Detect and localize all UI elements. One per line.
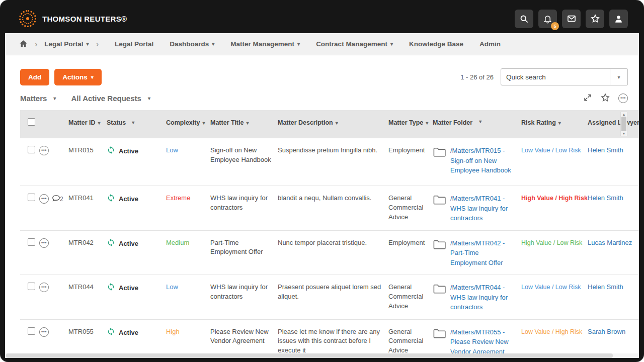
caret-down-icon: ▾ bbox=[297, 41, 300, 47]
notifications-button[interactable]: 5 bbox=[538, 10, 557, 28]
column-matter-type[interactable]: Matter Type▾ bbox=[388, 110, 433, 134]
column-matter-title[interactable]: Matter Title▾ bbox=[210, 110, 278, 134]
assigned-person-link[interactable]: Lucas Martinez bbox=[588, 239, 632, 246]
favorite-view-button[interactable] bbox=[600, 93, 610, 104]
table-row: ••• MTR044 Active Low WHS law inquiry fo… bbox=[20, 275, 639, 320]
comments-button[interactable]: 2 bbox=[51, 194, 63, 204]
tab-legal-portal[interactable]: Legal Portal bbox=[115, 40, 153, 48]
status-active-icon bbox=[107, 327, 115, 339]
user-icon bbox=[614, 14, 623, 24]
matter-folder-link[interactable]: /Matters/MTR015 - Sign-off on New Employ… bbox=[450, 146, 515, 175]
matter-description: Please let me know if there are any issu… bbox=[278, 320, 388, 358]
column-label: Matter Title bbox=[210, 119, 244, 126]
search-button[interactable] bbox=[515, 10, 533, 28]
scroll-up-icon[interactable]: ▲ bbox=[622, 113, 626, 116]
matter-folder-link[interactable]: /Matters/MTR044 - WHS law inquiry for co… bbox=[450, 283, 515, 312]
column-complexity[interactable]: Complexity▾ bbox=[166, 110, 210, 134]
more-icon: ••• bbox=[39, 283, 49, 292]
risk-rating: High Value / Low Risk bbox=[521, 231, 588, 254]
matter-folder-link[interactable]: /Matters/MTR055 - Please Review New Vend… bbox=[450, 327, 515, 357]
messages-button[interactable] bbox=[562, 10, 581, 28]
tab-knowledge-base[interactable]: Knowledge Base bbox=[409, 40, 463, 48]
row-checkbox[interactable] bbox=[28, 238, 35, 246]
more-icon: ••• bbox=[618, 94, 628, 103]
column-assigned[interactable]: Assigned Lawyer bbox=[588, 110, 639, 134]
table-row: ••• MTR055 Active High Please Review New… bbox=[20, 320, 639, 358]
matter-folder-link[interactable]: /Matters/MTR041 - WHS law inquiry for co… bbox=[450, 194, 515, 223]
add-button[interactable]: Add bbox=[20, 69, 49, 85]
main-content: Add Actions ▾ 1 - 26 of 26 ▾ bbox=[5, 55, 639, 358]
breadcrumb-legal-portal[interactable]: Legal Portal ▾ bbox=[44, 40, 89, 48]
column-risk-rating[interactable]: Risk Rating▾ bbox=[521, 110, 588, 134]
caret-down-icon: ▾ bbox=[148, 96, 150, 101]
matter-description: Nunc tempor placerat tristique. bbox=[278, 231, 388, 255]
folder-icon bbox=[433, 194, 446, 223]
row-checkbox[interactable] bbox=[28, 194, 35, 201]
caret-down-icon: ▾ bbox=[212, 41, 214, 47]
matter-id: MTR041 bbox=[68, 186, 107, 210]
complexity: Medium bbox=[166, 231, 210, 255]
tab-admin[interactable]: Admin bbox=[479, 40, 501, 48]
scroll-down-icon[interactable]: ▼ bbox=[622, 132, 626, 135]
breadcrumb-chevron-icon: › bbox=[35, 40, 37, 49]
matter-type: General Commercial Advice bbox=[388, 320, 433, 358]
row-actions-header bbox=[39, 110, 68, 125]
row-more-button[interactable]: ••• bbox=[39, 146, 49, 155]
sheet-selector[interactable]: Matters ▾ bbox=[20, 94, 56, 103]
row-more-button[interactable]: ••• bbox=[39, 327, 49, 337]
row-checkbox[interactable] bbox=[28, 327, 35, 335]
assigned-person-link[interactable]: Helen Smith bbox=[588, 146, 623, 154]
assigned-person-link[interactable]: Helen Smith bbox=[588, 283, 623, 291]
status-active-icon bbox=[107, 238, 115, 250]
status-active-icon bbox=[107, 146, 115, 157]
status-label: Active bbox=[119, 328, 138, 338]
expand-view-button[interactable] bbox=[583, 93, 592, 104]
complexity: Extreme bbox=[166, 186, 210, 210]
favorites-button[interactable] bbox=[586, 10, 604, 28]
assigned-person-link[interactable]: Sarah Brown bbox=[588, 328, 625, 335]
column-matter-id[interactable]: Matter ID▾ bbox=[68, 110, 107, 134]
tab-dashboards[interactable]: Dashboards ▾ bbox=[170, 40, 214, 48]
table-row: ••• 2 MTR041 Active Extreme WHS law inqu… bbox=[20, 186, 639, 231]
column-matter-folder[interactable]: Matter Folder▾ bbox=[433, 110, 521, 134]
complexity: Low bbox=[166, 138, 210, 162]
matter-description: Praesent posuere aliquet lorem sed aliqu… bbox=[278, 275, 388, 309]
matter-folder-link[interactable]: /Matters/MTR042 - Part-Time Employment O… bbox=[450, 238, 515, 268]
row-more-button[interactable]: ••• bbox=[39, 283, 49, 292]
tab-label: Admin bbox=[479, 40, 501, 48]
tab-matter-management[interactable]: Matter Management ▾ bbox=[230, 40, 300, 48]
more-options-button[interactable]: ••• bbox=[618, 94, 628, 103]
star-outline-icon bbox=[600, 93, 610, 104]
envelope-icon bbox=[567, 14, 577, 24]
horizontal-scrollbar-thumb[interactable] bbox=[6, 353, 613, 358]
risk-rating: Low Value / Low Risk bbox=[521, 275, 588, 299]
row-more-button[interactable]: ••• bbox=[39, 194, 49, 204]
scrollbar-thumb[interactable] bbox=[621, 117, 626, 131]
status-label: Active bbox=[119, 147, 138, 156]
column-matter-description[interactable]: Matter Description▾ bbox=[278, 110, 388, 134]
column-status[interactable]: Status▾ bbox=[107, 110, 166, 134]
tab-contract-management[interactable]: Contract Management ▾ bbox=[316, 40, 393, 48]
status-active-icon bbox=[107, 283, 115, 294]
search-options-button[interactable]: ▾ bbox=[610, 68, 628, 85]
row-checkbox[interactable] bbox=[28, 146, 35, 153]
home-button[interactable] bbox=[19, 39, 28, 49]
column-label: Complexity bbox=[166, 119, 200, 126]
sort-caret-icon: ▾ bbox=[132, 119, 134, 127]
view-selector[interactable]: All Active Requests ▾ bbox=[71, 94, 150, 103]
select-all-checkbox[interactable] bbox=[28, 118, 35, 126]
actions-button[interactable]: Actions ▾ bbox=[54, 69, 102, 85]
column-label: Matter Folder bbox=[433, 118, 472, 127]
sort-caret-icon: ▾ bbox=[336, 120, 338, 126]
breadcrumb-label: Legal Portal bbox=[44, 40, 83, 48]
table-vertical-scrollbar[interactable]: ▲ ▼ bbox=[620, 112, 627, 136]
row-more-button[interactable]: ••• bbox=[39, 238, 49, 248]
quick-search-input[interactable] bbox=[501, 68, 610, 85]
view-selector-row: Matters ▾ All Active Requests ▾ bbox=[5, 85, 639, 104]
horizontal-scrollbar[interactable] bbox=[6, 353, 638, 358]
matter-id: MTR055 bbox=[68, 320, 107, 344]
brand[interactable]: THOMSON REUTERS® bbox=[19, 10, 127, 27]
row-checkbox[interactable] bbox=[28, 283, 35, 290]
profile-button[interactable] bbox=[609, 10, 628, 28]
assigned-person-link[interactable]: Helen Smith bbox=[588, 194, 623, 202]
